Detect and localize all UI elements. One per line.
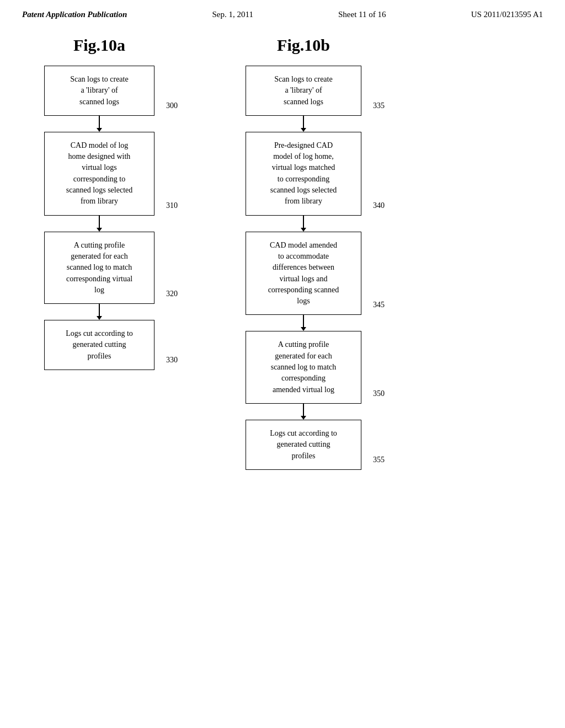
- header-publication: Patent Application Publication: [22, 10, 127, 19]
- box-335: Scan logs to createa 'library' ofscanned…: [246, 66, 361, 116]
- box-310-wrapper: CAD model of loghome designed withvirtua…: [44, 132, 154, 216]
- label-340: 340: [373, 201, 385, 210]
- label-300: 300: [166, 101, 178, 110]
- arrow-335-340: [246, 116, 361, 132]
- box-300-wrapper: Scan logs to createa 'library' ofscanned…: [44, 66, 154, 116]
- box-330-wrapper: Logs cut according togenerated cuttingpr…: [44, 320, 154, 370]
- arrow-320-330: [44, 304, 154, 320]
- box-320: A cutting profilegenerated for eachscann…: [44, 232, 154, 304]
- label-335: 335: [373, 101, 385, 110]
- header-date: Sep. 1, 2011: [212, 10, 253, 19]
- label-330: 330: [166, 356, 178, 365]
- fig10a-title: Fig.10a: [73, 36, 125, 55]
- arrow-340-345: [246, 216, 361, 232]
- arrow-345-350: [246, 315, 361, 331]
- fig10b-title: Fig.10b: [277, 36, 330, 55]
- arrow-300-310: [44, 116, 154, 132]
- label-345: 345: [373, 301, 385, 309]
- fig10a-section: Fig.10a Scan logs to createa 'library' o…: [33, 36, 166, 470]
- arrow-350-355: [246, 404, 361, 420]
- box-355-wrapper: Logs cut according togenerated cuttingpr…: [246, 420, 361, 470]
- label-355: 355: [373, 456, 385, 464]
- box-300: Scan logs to createa 'library' ofscanned…: [44, 66, 154, 116]
- box-345: CAD model amendedto accommodatedifferenc…: [246, 232, 361, 315]
- box-350: A cutting profilegenerated for eachscann…: [246, 331, 361, 403]
- box-320-wrapper: A cutting profilegenerated for eachscann…: [44, 232, 154, 304]
- label-310: 310: [166, 201, 178, 210]
- box-310: CAD model of loghome designed withvirtua…: [44, 132, 154, 216]
- label-320: 320: [166, 290, 178, 298]
- header-sheet: Sheet 11 of 16: [338, 10, 386, 19]
- fig10b-section: Fig.10b Scan logs to createa 'library' o…: [232, 36, 375, 470]
- box-350-wrapper: A cutting profilegenerated for eachscann…: [246, 331, 361, 403]
- arrow-310-320: [44, 216, 154, 232]
- box-345-wrapper: CAD model amendedto accommodatedifferenc…: [246, 232, 361, 315]
- box-330: Logs cut according togenerated cuttingpr…: [44, 320, 154, 370]
- box-340-wrapper: Pre-designed CADmodel of log home,virtua…: [246, 132, 361, 216]
- box-355: Logs cut according togenerated cuttingpr…: [246, 420, 361, 470]
- box-335-wrapper: Scan logs to createa 'library' ofscanned…: [246, 66, 361, 116]
- page-header: Patent Application Publication Sep. 1, 2…: [0, 0, 565, 25]
- label-350: 350: [373, 389, 385, 398]
- header-patent: US 2011/0213595 A1: [471, 10, 543, 19]
- box-340: Pre-designed CADmodel of log home,virtua…: [246, 132, 361, 216]
